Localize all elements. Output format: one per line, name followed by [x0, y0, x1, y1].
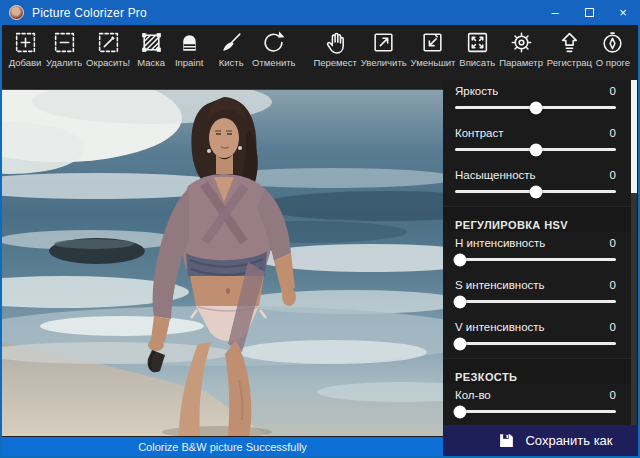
app-logo-icon: [9, 5, 24, 20]
move-button[interactable]: Перемест: [311, 30, 358, 68]
brightness-slider[interactable]: [455, 106, 616, 109]
amount-value: 0: [610, 389, 616, 401]
maximize-button[interactable]: [572, 0, 606, 25]
mask-icon: [139, 30, 164, 55]
tool-label: Inpaint: [175, 57, 204, 68]
status-message: Colorize B&W picture Successfully: [138, 441, 307, 453]
slider-group-v-intensity: V интенсивность 0: [443, 316, 638, 358]
amount-slider[interactable]: [455, 410, 616, 413]
sidebar-scrollbar[interactable]: [631, 80, 637, 425]
colorize-icon: [96, 30, 121, 55]
h-intensity-label: H интенсивность: [455, 237, 545, 249]
register-button[interactable]: Регистрац: [545, 30, 594, 68]
v-intensity-label: V интенсивность: [455, 321, 545, 333]
compass-icon: [600, 30, 625, 55]
gear-icon: [509, 30, 534, 55]
tool-label: Маска: [137, 57, 165, 68]
zoom-in-icon: [371, 30, 396, 55]
zoom-out-button[interactable]: Уменьшит: [409, 30, 458, 68]
tool-label: Уменьшит: [411, 57, 456, 68]
slider-group-saturation: Насыщенность 0: [443, 164, 638, 206]
tool-label: Отменить: [252, 57, 295, 68]
slider-group-amount: Кол-во 0: [443, 384, 638, 426]
beach-photo: [2, 90, 443, 436]
contrast-value: 0: [610, 127, 616, 139]
app-window: Picture Colorizer Pro – × Добави Удалить: [0, 0, 640, 458]
undo-icon: [261, 30, 286, 55]
sharpen-section-header: РЕЗКОСТЬ: [443, 358, 638, 384]
slider-group-brightness: Яркость 0: [443, 80, 638, 122]
contrast-slider-thumb[interactable]: [529, 143, 542, 156]
canvas-area[interactable]: [2, 80, 443, 437]
s-intensity-value: 0: [610, 279, 616, 291]
close-button[interactable]: ×: [606, 0, 640, 25]
hand-move-icon: [323, 30, 348, 55]
zoom-out-icon: [420, 30, 445, 55]
remove-button[interactable]: Удалить: [44, 30, 84, 68]
slider-group-h-intensity: H интенсивность 0: [443, 232, 638, 274]
adjustments-panel: Яркость 0 Контраст 0 Насыщенность 0: [443, 80, 638, 425]
window-controls: – ×: [538, 0, 640, 25]
add-selection-icon: [13, 30, 38, 55]
tool-label: О проге: [596, 57, 630, 68]
saturation-slider-thumb[interactable]: [529, 185, 542, 198]
tool-label: Вписать: [459, 57, 495, 68]
slider-group-contrast: Контраст 0: [443, 122, 638, 164]
tool-label: Кисть: [219, 57, 244, 68]
window-title: Picture Colorizer Pro: [32, 6, 147, 20]
s-intensity-label: S интенсивность: [455, 279, 545, 291]
colorize-button[interactable]: Окрасить!: [84, 30, 132, 68]
s-intensity-slider[interactable]: [455, 300, 616, 303]
undo-button[interactable]: Отменить: [250, 30, 297, 68]
h-intensity-slider[interactable]: [455, 258, 616, 261]
v-intensity-value: 0: [610, 321, 616, 333]
s-intensity-slider-thumb[interactable]: [453, 295, 466, 308]
upgrade-arrow-icon: [557, 30, 582, 55]
remove-selection-icon: [52, 30, 77, 55]
canvas-top-gap: [2, 80, 443, 90]
amount-label: Кол-во: [455, 389, 491, 401]
hsv-section-title: РЕГУЛИРОВКА HSV: [455, 219, 568, 231]
fit-button[interactable]: Вписать: [457, 30, 497, 68]
brightness-label: Яркость: [455, 85, 498, 97]
add-button[interactable]: Добави: [6, 30, 44, 68]
brush-button[interactable]: Кисть: [212, 30, 250, 68]
brightness-slider-thumb[interactable]: [529, 101, 542, 114]
brush-icon: [219, 30, 244, 55]
saturation-value: 0: [610, 169, 616, 181]
h-intensity-slider-thumb[interactable]: [453, 253, 466, 266]
v-intensity-slider-thumb[interactable]: [453, 337, 466, 350]
slider-group-s-intensity: S интенсивность 0: [443, 274, 638, 316]
sidebar-scrollbar-thumb[interactable]: [631, 80, 637, 193]
save-as-label: Сохранить как: [525, 433, 612, 448]
status-bar: Colorize B&W picture Successfully: [2, 437, 443, 456]
contrast-slider[interactable]: [455, 148, 616, 151]
title-bar: Picture Colorizer Pro – ×: [0, 0, 640, 25]
tool-label: Регистрац: [547, 57, 592, 68]
mask-button[interactable]: Маска: [132, 30, 170, 68]
about-button[interactable]: О проге: [594, 30, 632, 68]
fit-screen-icon: [465, 30, 490, 55]
settings-button[interactable]: Параметр: [497, 30, 545, 68]
amount-slider-thumb[interactable]: [453, 405, 466, 418]
sharpen-section-title: РЕЗКОСТЬ: [455, 371, 517, 383]
minimize-button[interactable]: –: [538, 0, 572, 25]
h-intensity-value: 0: [610, 237, 616, 249]
saturation-slider[interactable]: [455, 190, 616, 193]
v-intensity-slider[interactable]: [455, 342, 616, 345]
zoom-in-button[interactable]: Увеличить: [359, 30, 409, 68]
save-as-button[interactable]: Сохранить как: [443, 425, 638, 456]
tool-label: Перемест: [313, 57, 357, 68]
toolbar: Добави Удалить Окрасить!: [2, 25, 638, 80]
inpaint-button[interactable]: Inpaint: [170, 30, 208, 68]
brightness-value: 0: [610, 85, 616, 97]
inpaint-icon: [177, 30, 202, 55]
hsv-section-header: РЕГУЛИРОВКА HSV: [443, 206, 638, 232]
tool-label: Удалить: [46, 57, 82, 68]
saturation-label: Насыщенность: [455, 169, 536, 181]
tool-label: Увеличить: [361, 57, 407, 68]
tool-label: Добави: [9, 57, 42, 68]
contrast-label: Контраст: [455, 127, 504, 139]
tool-label: Параметр: [499, 57, 543, 68]
tool-label: Окрасить!: [86, 57, 130, 68]
